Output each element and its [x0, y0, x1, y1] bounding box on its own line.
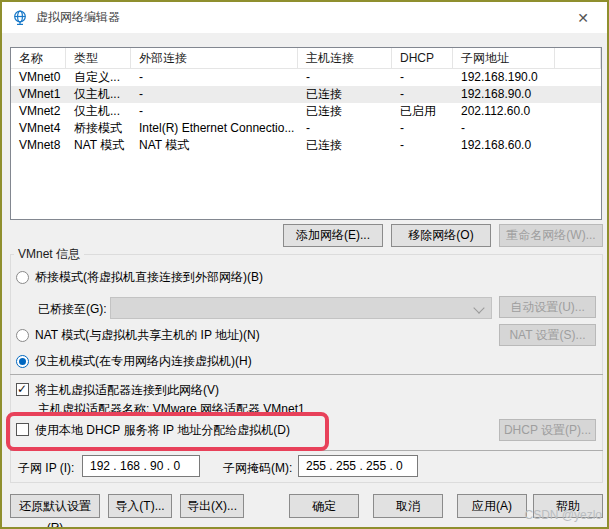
- cell-host: -: [298, 69, 392, 86]
- separator: [10, 374, 603, 375]
- window-title: 虚拟网络编辑器: [36, 9, 120, 26]
- bridged-to-label: 已桥接至(G):: [38, 301, 107, 318]
- cell-dhcp: 已启用: [392, 103, 453, 120]
- column-header-external[interactable]: 外部连接: [131, 48, 298, 69]
- cell-dhcp: -: [392, 120, 453, 137]
- close-icon[interactable]: ✕: [573, 8, 593, 28]
- cell-name: VMnet4: [11, 120, 66, 137]
- column-header-dhcp[interactable]: DHCP: [392, 48, 453, 69]
- network-list-header: 名称 类型 外部连接 主机连接 DHCP 子网地址: [11, 48, 601, 69]
- ok-button[interactable]: 确定: [289, 494, 359, 518]
- apply-button[interactable]: 应用(A): [457, 494, 527, 518]
- chevron-down-icon: [473, 302, 484, 313]
- cell-type: 仅主机...: [66, 103, 131, 120]
- cell-external: Intel(R) Ethernet Connectio...: [131, 120, 298, 137]
- connect-host-adapter-checkbox-label[interactable]: 将主机虚拟适配器连接到此网络(V): [35, 382, 219, 399]
- bridged-mode-radio[interactable]: [16, 271, 29, 284]
- auto-settings-button: 自动设置(U)...: [499, 296, 596, 318]
- cell-host: 已连接: [298, 86, 392, 103]
- use-local-dhcp-checkbox-label[interactable]: 使用本地 DHCP 服务将 IP 地址分配给虚拟机(D): [35, 422, 290, 439]
- cell-name: VMnet1: [11, 86, 66, 103]
- table-row-vmnet8[interactable]: VMnet8 NAT 模式 NAT 模式 已连接 - 192.168.60.0: [11, 137, 601, 154]
- title-bar: 虚拟网络编辑器 ✕: [2, 2, 607, 33]
- cell-type: NAT 模式: [66, 137, 131, 154]
- host-only-mode-radio[interactable]: [16, 355, 29, 368]
- subnet-ip-label: 子网 IP (I):: [18, 460, 74, 477]
- nat-settings-button: NAT 设置(S)...: [499, 324, 596, 346]
- column-header-host[interactable]: 主机连接: [298, 48, 392, 69]
- cell-type: 自定义...: [66, 69, 131, 86]
- restore-defaults-button[interactable]: 还原默认设置(R): [10, 494, 100, 518]
- cell-type: 仅主机...: [66, 86, 131, 103]
- use-local-dhcp-checkbox[interactable]: [16, 423, 29, 436]
- cell-subnet: 202.112.60.0: [453, 103, 555, 120]
- adapter-name-text: 主机虚拟适配器名称: VMware 网络适配器 VMnet1: [38, 401, 305, 418]
- table-row-vmnet2[interactable]: VMnet2 仅主机... - 已连接 已启用 202.112.60.0: [11, 103, 601, 120]
- nat-mode-radio-label[interactable]: NAT 模式(与虚拟机共享主机的 IP 地址)(N): [35, 327, 260, 344]
- subnet-mask-field[interactable]: 255 . 255 . 255 . 0: [298, 455, 418, 477]
- column-header-type[interactable]: 类型: [66, 48, 131, 69]
- cell-subnet: -: [453, 120, 555, 137]
- cell-host: 已连接: [298, 137, 392, 154]
- cancel-button[interactable]: 取消: [373, 494, 443, 518]
- cell-external: -: [131, 86, 298, 103]
- cell-subnet: 192.168.90.0: [453, 86, 555, 103]
- cell-type: 桥接模式: [66, 120, 131, 137]
- cell-subnet: 192.168.190.0: [453, 69, 555, 86]
- table-row-vmnet4[interactable]: VMnet4 桥接模式 Intel(R) Ethernet Connectio.…: [11, 120, 601, 137]
- host-only-mode-radio-label[interactable]: 仅主机模式(在专用网络内连接虚拟机)(H): [35, 353, 252, 370]
- separator: [10, 450, 603, 451]
- column-header-filler: [555, 48, 601, 69]
- column-header-name[interactable]: 名称: [11, 48, 66, 69]
- rename-network-button: 重命名网络(W)...: [499, 224, 603, 247]
- virtual-network-editor-window: 虚拟网络编辑器 ✕ 名称 类型 外部连接 主机连接 DHCP 子网地址 VMne…: [0, 0, 609, 529]
- cell-name: VMnet0: [11, 69, 66, 86]
- cell-external: -: [131, 69, 298, 86]
- column-header-subnet[interactable]: 子网地址: [453, 48, 555, 69]
- cell-external: -: [131, 103, 298, 120]
- cell-subnet: 192.168.60.0: [453, 137, 555, 154]
- add-network-button[interactable]: 添加网络(E)...: [283, 224, 383, 247]
- cell-dhcp: -: [392, 86, 453, 103]
- connect-host-adapter-checkbox[interactable]: [16, 383, 29, 396]
- cell-host: -: [298, 120, 392, 137]
- cell-host: 已连接: [298, 103, 392, 120]
- network-list: 名称 类型 外部连接 主机连接 DHCP 子网地址 VMnet0 自定义... …: [10, 47, 602, 220]
- export-button[interactable]: 导出(X)...: [180, 494, 244, 518]
- table-row-vmnet1[interactable]: VMnet1 仅主机... - 已连接 - 192.168.90.0: [11, 86, 601, 103]
- cell-name: VMnet2: [11, 103, 66, 120]
- vmnet-info-group-label: VMnet 信息: [14, 246, 84, 263]
- import-button[interactable]: 导入(T)...: [108, 494, 172, 518]
- globe-network-icon: [12, 10, 28, 26]
- cell-dhcp: -: [392, 69, 453, 86]
- subnet-ip-field[interactable]: 192 . 168 . 90 . 0: [82, 455, 200, 477]
- cell-external: NAT 模式: [131, 137, 298, 154]
- remove-network-button[interactable]: 移除网络(O): [391, 224, 491, 247]
- subnet-mask-label: 子网掩码(M):: [223, 460, 292, 477]
- bridged-mode-radio-label[interactable]: 桥接模式(将虚拟机直接连接到外部网络)(B): [35, 269, 263, 286]
- bridged-to-select: [110, 297, 492, 319]
- table-row-vmnet0[interactable]: VMnet0 自定义... - - - 192.168.190.0: [11, 69, 601, 86]
- dhcp-settings-button: DHCP 设置(P)...: [499, 419, 596, 441]
- nat-mode-radio[interactable]: [16, 329, 29, 342]
- cell-dhcp: -: [392, 137, 453, 154]
- help-button[interactable]: 帮助: [533, 494, 603, 518]
- cell-name: VMnet8: [11, 137, 66, 154]
